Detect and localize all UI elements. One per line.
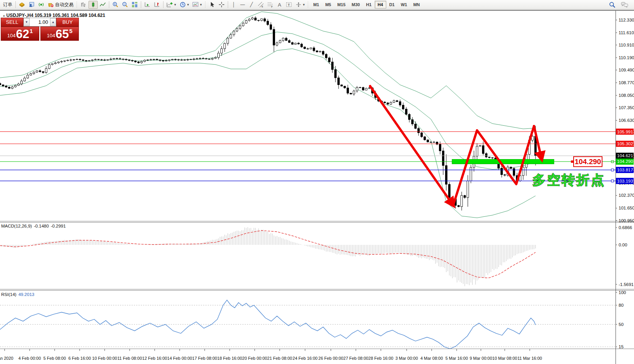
svg-text:0.6866: 0.6866 [619,225,632,230]
timeframe-h1[interactable]: H1 [363,1,375,8]
chart-symbol-icon: ▴ [3,13,5,17]
tile-windows-icon[interactable] [130,1,139,9]
zoom-out-icon[interactable] [120,1,130,9]
svg-text:110.190: 110.190 [619,55,634,60]
indicators-add-icon[interactable]: ▾ [165,1,178,9]
svg-text:15: 15 [619,344,624,349]
svg-text:24 Feb 16:00: 24 Feb 16:00 [293,356,318,361]
svg-text:9 Mar 00:00: 9 Mar 00:00 [470,356,492,361]
svg-text:104.290: 104.290 [617,159,633,164]
templates-icon[interactable]: ▾ [191,1,204,9]
toolbar-grip [205,1,206,8]
volume-increase-button[interactable]: ▲ [50,18,56,26]
buy-button[interactable]: BUY [56,18,79,27]
macd-indicator-label: MACD(12,26,9) -0.1480 -0.2991 [1,224,66,228]
periods-clock-icon[interactable]: ▾ [178,1,191,9]
volume-decrease-button[interactable]: ▼ [23,18,30,26]
svg-text:E: E [262,5,263,8]
svg-text:110.910: 110.910 [619,43,634,47]
dropdown-caret: ▾ [200,3,202,7]
svg-text:112.330: 112.330 [619,18,634,22]
autotrading-button[interactable]: 自动交易 [46,1,75,9]
svg-text:21 Feb 08:00: 21 Feb 08:00 [267,356,292,361]
signal-icon[interactable] [37,1,46,9]
chart-canvas[interactable]: 104.290多空转折点112.330111.610110.910110.190… [0,11,634,364]
horizontal-line-tool-icon[interactable]: — [239,1,247,9]
line-chart-icon[interactable] [98,1,107,9]
timeframe-m30[interactable]: M30 [349,1,363,8]
svg-text:10 Feb 00:00: 10 Feb 00:00 [92,356,117,361]
auto-scroll-icon[interactable] [143,1,152,9]
dropdown-caret: ▾ [303,3,305,7]
dropdown-caret: ▾ [187,3,189,7]
arrows-tool-icon[interactable]: ▾ [294,1,307,9]
sell-button[interactable]: SELL [1,18,23,27]
chart-window[interactable]: 104.290多空转折点112.330111.610110.910110.190… [0,10,634,364]
fibonacci-tool-icon[interactable]: F [266,1,275,9]
buy-price-sup: 5 [69,28,72,34]
one-click-trade-panel: SELL ▼ 1.00 ▲ BUY 104621 104655 [1,18,79,41]
buy-price-box[interactable]: 104655 [40,27,79,41]
main-toolbar: 订单 自动交易 ▾ ▾ [0,0,634,10]
timeframe-m15[interactable]: M15 [334,1,349,8]
toolbar-grip [76,1,78,8]
svg-text:105.991: 105.991 [617,130,633,134]
buy-price-prefix: 104 [47,33,55,38]
timeframe-m5[interactable]: M5 [322,1,334,8]
svg-text:108.050: 108.050 [619,93,634,98]
sell-price-sup: 1 [30,28,33,34]
timeframe-h4[interactable]: H4 [375,1,386,8]
vertical-line-tool-icon[interactable]: │ [230,1,238,9]
svg-text:101.650: 101.650 [619,206,634,210]
timeframe-m1[interactable]: M1 [310,1,322,8]
toolbar-separator [109,1,109,8]
chart-shift-icon[interactable] [152,1,162,9]
bar-chart-icon[interactable] [79,1,88,9]
svg-text:108.770: 108.770 [619,80,634,85]
support-price-text: 104.290 [575,158,601,166]
order-book-icon[interactable] [17,1,27,9]
crosshair-icon[interactable] [217,1,226,9]
volume-spinner: ▼ 1.00 ▲ [23,18,56,27]
svg-text:105.302: 105.302 [617,141,633,146]
autotrading-label: 自动交易 [55,2,73,8]
candlestick-chart-icon[interactable] [88,1,98,9]
timeframe-mn[interactable]: MN [410,1,423,8]
svg-text:4 Feb 00:00: 4 Feb 00:00 [18,356,41,361]
text-tool-icon[interactable]: A [275,1,284,9]
search-icon[interactable] [607,1,617,9]
svg-text:11 Mar 16:00: 11 Mar 16:00 [517,356,542,361]
market-watch-icon[interactable] [27,1,36,9]
sell-price-box[interactable]: 104621 [1,27,39,41]
svg-text:80: 80 [619,303,624,307]
svg-text:Jan 2020: Jan 2020 [0,356,13,361]
buy-price-big: 65 [55,29,68,39]
svg-text:103.817: 103.817 [617,168,633,172]
svg-text:12 Feb 16:00: 12 Feb 16:00 [142,356,167,361]
turning-point-annotation[interactable]: 多空转折点 [532,173,606,187]
svg-text:26 Feb 00:00: 26 Feb 00:00 [319,356,344,361]
svg-text:4 Mar 08:00: 4 Mar 08:00 [420,356,443,361]
chart-background [0,11,634,364]
channel-tool-icon[interactable]: E [256,1,265,9]
dropdown-caret: ▾ [174,3,176,7]
toolbar-separator [141,1,141,8]
new-order-button[interactable]: 订单 [2,1,14,9]
timeframe-w1[interactable]: W1 [398,1,410,8]
volume-value[interactable]: 1.00 [30,18,50,26]
sell-price-big: 62 [16,29,29,39]
chat-icon[interactable] [619,1,630,9]
zoom-in-icon[interactable] [111,1,120,9]
svg-text:10 Mar 08:00: 10 Mar 08:00 [492,356,517,361]
svg-text:17 Feb 08:00: 17 Feb 08:00 [192,356,217,361]
svg-text:100: 100 [619,290,626,295]
svg-text:11 Feb 08:00: 11 Feb 08:00 [117,356,142,361]
svg-text:102.370: 102.370 [619,193,634,198]
svg-text:18 Feb 16:00: 18 Feb 16:00 [217,356,242,361]
cursor-icon[interactable] [207,1,217,9]
text-label-tool-icon[interactable]: T [284,1,294,9]
svg-text:28 Feb 16:00: 28 Feb 16:00 [369,356,394,361]
trendline-tool-icon[interactable]: ╱ [247,1,256,9]
svg-text:5 Mar 16:00: 5 Mar 16:00 [445,356,468,361]
timeframe-d1[interactable]: D1 [386,1,398,8]
